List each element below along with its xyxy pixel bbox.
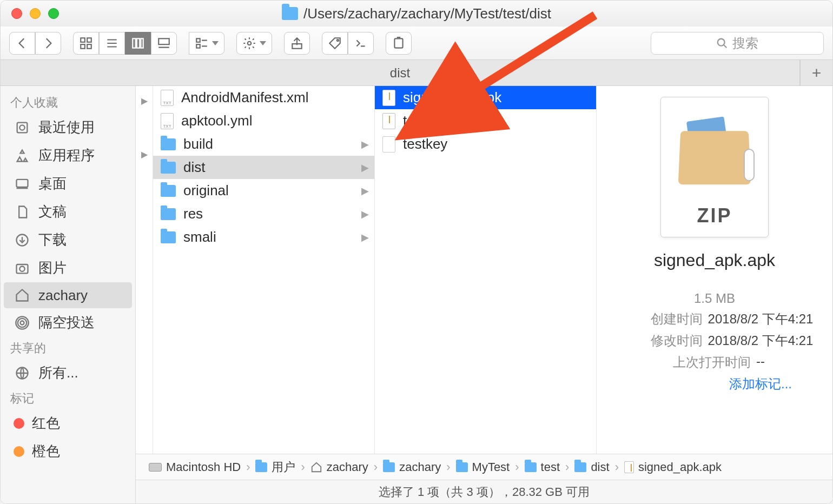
sidebar-item-airdrop[interactable]: 隔空投送 (4, 309, 132, 336)
chevron-right-icon: › (515, 460, 519, 474)
meta-modified: 修改时间 2018/8/2 下午4:21 (612, 330, 817, 352)
folder-icon (255, 462, 267, 472)
sidebar-section-tags: 标记 (1, 387, 135, 409)
svg-rect-13 (196, 38, 200, 42)
file-name: apktool.yml (181, 112, 253, 129)
search-placeholder: 搜索 (732, 35, 758, 52)
path-item[interactable]: test (525, 460, 560, 474)
new-tab-button[interactable]: + (800, 60, 832, 85)
search-input[interactable]: 搜索 (651, 32, 824, 55)
sidebar-item-pictures[interactable]: 图片 (4, 254, 132, 282)
window-path: /Users/zachary/zachary/MyTest/test/dist (303, 5, 551, 22)
folder-row[interactable]: smali ▶ (153, 226, 374, 249)
sidebar-tag-orange[interactable]: 橙色 (4, 437, 132, 465)
folder-row-selected[interactable]: dist ▶ (153, 156, 374, 179)
desktop-icon (14, 175, 31, 193)
view-icons-button[interactable] (73, 32, 99, 55)
terminal-icon (354, 36, 368, 50)
tag-button[interactable] (322, 32, 348, 55)
svg-point-17 (248, 41, 252, 45)
path-item-file[interactable]: signed_apk.apk (624, 460, 722, 474)
minimize-window-button[interactable] (30, 8, 41, 19)
file-row[interactable]: TXT AndroidManifest.xml (153, 86, 374, 109)
meta-key: 创建时间 (616, 310, 703, 328)
view-list-button[interactable] (99, 32, 125, 55)
statusbar: 选择了 1 项（共 3 项），28.32 GB 可用 (136, 480, 832, 503)
tabbar: dist + (1, 60, 832, 86)
sidebar-tag-red[interactable]: 红色 (4, 409, 132, 437)
terminal-shortcut-button[interactable] (348, 32, 374, 55)
sidebar-item-home[interactable]: zachary (4, 282, 132, 308)
gallery-icon (157, 36, 171, 50)
pathbar: Macintosh HD › 用户 › zachary › zachary › (136, 454, 832, 480)
chevron-right-icon: › (246, 460, 250, 474)
zip-file-icon (382, 113, 395, 129)
folder-icon (161, 138, 176, 150)
arrange-button[interactable] (189, 32, 224, 55)
folder-row[interactable]: build ▶ (153, 132, 374, 156)
share-button[interactable] (284, 32, 310, 55)
path-item[interactable]: zachary (383, 460, 441, 474)
tag-dot-icon (14, 446, 24, 457)
sidebar-item-label: 橙色 (32, 442, 60, 461)
svg-point-33 (18, 318, 27, 327)
path-item-users[interactable]: 用户 (255, 459, 295, 475)
nav-back-button[interactable] (9, 32, 35, 55)
sidebar-item-downloads[interactable]: 下载 (4, 226, 132, 254)
chevron-right-icon: ▶ (141, 96, 148, 106)
airdrop-icon (14, 314, 31, 331)
sidebar-item-desktop[interactable]: 桌面 (4, 170, 132, 197)
text-file-icon: TXT (161, 113, 174, 129)
zoom-window-button[interactable] (48, 8, 59, 19)
svg-rect-9 (137, 38, 140, 48)
sidebar-item-label: 下载 (38, 230, 67, 249)
chevron-right-icon: ▶ (361, 138, 369, 150)
tag-group (322, 32, 374, 55)
path-label: zachary (399, 460, 441, 474)
view-gallery-button[interactable] (151, 32, 177, 55)
sidebar-item-applications[interactable]: 应用程序 (4, 142, 132, 169)
svg-point-26 (19, 125, 24, 130)
meta-size: 1.5 MB (612, 289, 817, 308)
path-item-home[interactable]: zachary (310, 460, 368, 474)
gear-icon (242, 36, 256, 50)
tab-dist[interactable]: dist (1, 60, 800, 85)
close-window-button[interactable] (11, 8, 22, 19)
svg-point-31 (19, 266, 24, 271)
file-name: signed_apk.apk (403, 89, 501, 106)
chevron-right-icon: ▶ (361, 231, 369, 243)
quicklook-button[interactable] (386, 32, 412, 55)
sidebar-item-all-shared[interactable]: 所有... (4, 359, 132, 387)
column-1: TXT AndroidManifest.xml TXT apktool.yml … (153, 86, 375, 454)
path-label: MyTest (472, 460, 510, 474)
action-menu-button[interactable] (236, 32, 272, 55)
file-row-selected[interactable]: signed_apk.apk (375, 86, 596, 109)
folder-row[interactable]: res ▶ (153, 202, 374, 226)
file-row[interactable]: testkey (375, 132, 596, 156)
folder-icon (574, 462, 586, 472)
folder-row[interactable]: original ▶ (153, 179, 374, 202)
folder-icon (161, 185, 176, 197)
path-item-hd[interactable]: Macintosh HD (149, 460, 241, 474)
sidebar-item-label: 文稿 (38, 202, 67, 221)
file-row[interactable]: TXT apktool.yml (153, 109, 374, 132)
svg-rect-3 (81, 44, 85, 49)
sidebar-item-recent[interactable]: 最近使用 (4, 114, 132, 141)
path-label: Macintosh HD (166, 460, 241, 474)
status-text: 选择了 1 项（共 3 项），28.32 GB 可用 (379, 484, 590, 500)
file-name: AndroidManifest.xml (181, 89, 309, 106)
chevron-down-icon (260, 41, 266, 45)
sidebar-item-documents[interactable]: 文稿 (4, 198, 132, 226)
file-row[interactable]: test.apk (375, 109, 596, 132)
chevron-right-icon: ▶ (361, 208, 369, 220)
path-label: zachary (327, 460, 368, 474)
downloads-icon (14, 231, 31, 249)
path-item[interactable]: MyTest (456, 460, 510, 474)
tag-icon (328, 36, 342, 50)
view-columns-button[interactable] (125, 32, 151, 55)
meta-addtag[interactable]: 添加标记... (612, 373, 817, 395)
nav-forward-button[interactable] (35, 32, 61, 55)
chevron-right-icon: ▶ (141, 149, 148, 160)
path-item[interactable]: dist (574, 460, 609, 474)
add-tag-link[interactable]: 添加标记... (729, 375, 792, 393)
